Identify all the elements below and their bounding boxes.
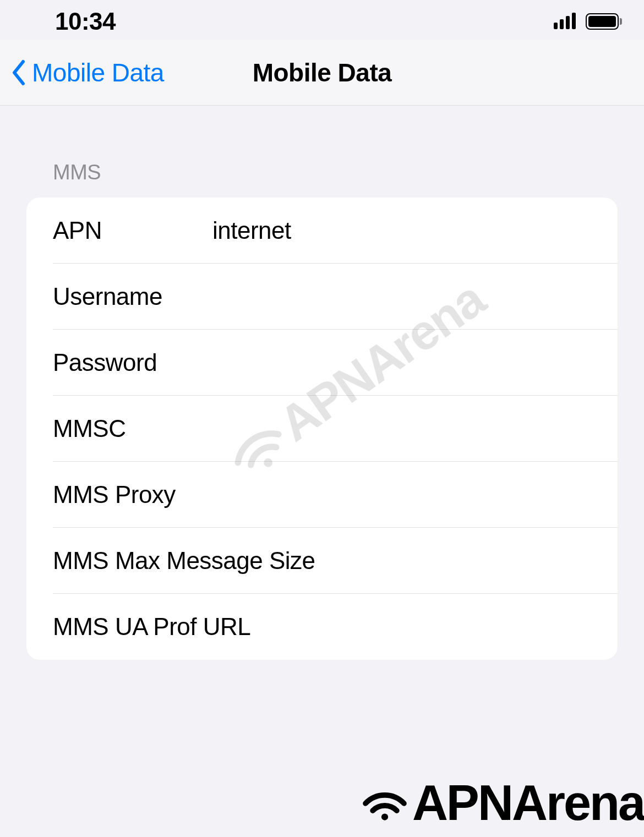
- mms-max-size-label: MMS Max Message Size: [53, 547, 315, 575]
- cellular-signal-icon: [554, 14, 576, 29]
- mms-ua-prof-url-row[interactable]: MMS UA Prof URL: [26, 594, 618, 660]
- mmsc-label: MMSC: [53, 415, 212, 442]
- mms-max-size-input[interactable]: [315, 547, 618, 575]
- mms-proxy-row[interactable]: MMS Proxy: [26, 462, 618, 528]
- mms-max-size-row[interactable]: MMS Max Message Size: [26, 528, 618, 594]
- chevron-left-icon: [11, 59, 26, 86]
- section-header-mms: MMS: [0, 106, 644, 198]
- password-input[interactable]: [212, 349, 596, 376]
- wifi-icon: [357, 784, 412, 823]
- back-button-label: Mobile Data: [32, 58, 164, 87]
- username-input[interactable]: [212, 283, 596, 310]
- mmsc-input[interactable]: [212, 415, 596, 442]
- username-label: Username: [53, 283, 212, 310]
- password-row[interactable]: Password: [26, 330, 618, 396]
- apn-label: APN: [53, 217, 212, 244]
- password-label: Password: [53, 349, 212, 376]
- footer-watermark: APNArena: [357, 775, 644, 831]
- mms-settings-group: APN Username Password MMSC MMS Proxy MMS…: [26, 198, 618, 660]
- battery-icon: [586, 13, 622, 30]
- footer-watermark-text: APNArena: [412, 775, 644, 831]
- svg-point-1: [381, 813, 388, 820]
- username-row[interactable]: Username: [26, 264, 618, 330]
- status-time: 10:34: [55, 8, 116, 35]
- back-button[interactable]: Mobile Data: [11, 58, 164, 87]
- status-bar: 10:34: [0, 0, 644, 40]
- navigation-bar: Mobile Data Mobile Data: [0, 40, 644, 106]
- apn-input[interactable]: [212, 217, 596, 244]
- mms-ua-prof-url-label: MMS UA Prof URL: [53, 613, 250, 641]
- status-icons: [554, 13, 622, 30]
- mmsc-row[interactable]: MMSC: [26, 396, 618, 462]
- mms-proxy-input[interactable]: [212, 481, 596, 508]
- mms-ua-prof-url-input[interactable]: [250, 613, 596, 641]
- apn-row[interactable]: APN: [26, 198, 618, 264]
- page-title: Mobile Data: [253, 58, 392, 87]
- mms-proxy-label: MMS Proxy: [53, 481, 212, 508]
